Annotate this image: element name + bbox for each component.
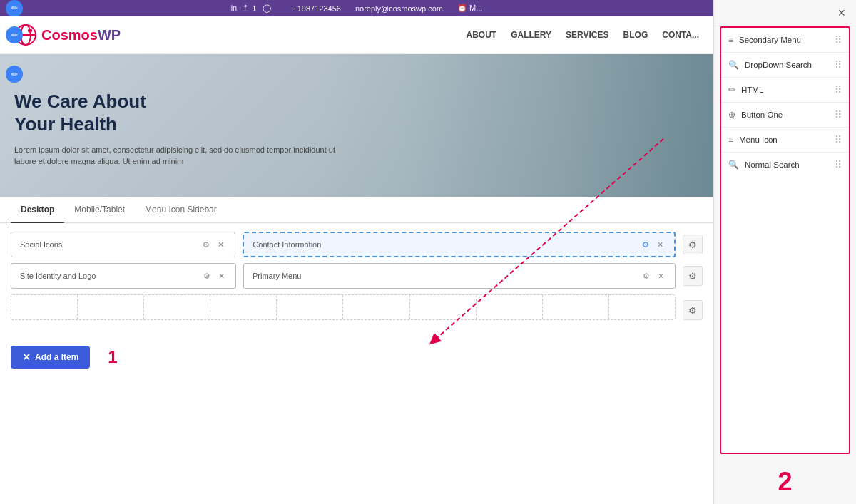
html-icon: ✏ <box>728 85 735 95</box>
empty-cell-3 <box>144 295 210 319</box>
empty-cell-8 <box>477 295 543 319</box>
button-one-label: Button One <box>741 110 783 119</box>
empty-cell-5 <box>277 295 343 319</box>
button-one-icon: ⊕ <box>728 110 735 120</box>
cell-contact-actions: ⚙ ✕ <box>640 239 666 250</box>
panel-item-html[interactable]: ✏ HTML ⠿ <box>721 78 849 103</box>
site-nav: ✏ CosmosWP ABOUT GALLERY SERVICES BLOG C… <box>0 16 713 54</box>
right-panel: ✕ ≡ Secondary Menu ⠿ 🔍 DropDown Search ⠿… <box>713 0 856 504</box>
empty-cell-2 <box>78 295 144 319</box>
cell-site-identity-actions: ⚙ ✕ <box>201 270 227 282</box>
empty-cell-7 <box>410 295 477 319</box>
html-label: HTML <box>741 86 763 94</box>
panel-item-button-one[interactable]: ⊕ Button One ⠿ <box>721 103 849 128</box>
main-area: ✏ in f t ◯ +1987123456 noreply@cosmoswp.… <box>0 0 713 504</box>
normal-search-drag-handle[interactable]: ⠿ <box>835 159 842 170</box>
logo-text: CosmosWP <box>41 27 121 43</box>
social-t: t <box>253 4 255 13</box>
cell-site-identity-settings[interactable]: ⚙ <box>201 270 213 282</box>
menu-icon-drag-handle[interactable]: ⠿ <box>835 134 842 145</box>
row-builder: Social Icons ⚙ ✕ Contact Information ⚙ ✕… <box>0 223 713 340</box>
cell-social-icons-actions: ⚙ ✕ <box>200 239 226 250</box>
cell-social-icons-settings[interactable]: ⚙ <box>200 239 212 250</box>
builder-row-empty: ⚙ <box>11 294 703 326</box>
site-topbar: ✏ in f t ◯ +1987123456 noreply@cosmoswp.… <box>0 0 713 16</box>
social-links: in f t ◯ <box>231 4 272 13</box>
empty-cell-9 <box>543 295 609 319</box>
social-inst: ◯ <box>263 4 271 13</box>
add-item-label: Add a Item <box>35 352 78 362</box>
bottom-panel: Desktop Mobile/Tablet Menu Icon Sidebar … <box>0 197 713 504</box>
cell-contact-information[interactable]: Contact Information ⚙ ✕ <box>243 232 676 257</box>
normal-search-icon: 🔍 <box>728 160 739 170</box>
tab-menu-icon-sidebar[interactable]: Menu Icon Sidebar <box>135 197 227 223</box>
panel-item-secondary-menu-left: ≡ Secondary Menu <box>728 35 801 45</box>
phone-info: +1987123456 <box>292 4 341 13</box>
nav-about: ABOUT <box>467 30 497 40</box>
panel-item-menu-icon-left: ≡ Menu Icon <box>728 135 778 145</box>
topbar-edit-pencil[interactable]: ✏ <box>6 0 23 17</box>
nav-blog: BLOG <box>623 30 648 40</box>
cell-primary-menu-settings[interactable]: ⚙ <box>641 270 652 282</box>
panel-item-dropdown-search[interactable]: 🔍 DropDown Search ⠿ <box>721 53 849 78</box>
empty-row-cells <box>11 294 676 320</box>
nav-services: SERVICES <box>566 30 608 40</box>
builder-row-2: Site Identity and Logo ⚙ ✕ Primary Menu … <box>11 263 703 289</box>
extra-info: ⏰ M... <box>457 4 482 13</box>
builder-row-1: Social Icons ⚙ ✕ Contact Information ⚙ ✕… <box>11 232 703 257</box>
panel-item-html-left: ✏ HTML <box>728 85 763 95</box>
secondary-menu-label: Secondary Menu <box>739 36 801 44</box>
html-drag-handle[interactable]: ⠿ <box>835 84 842 96</box>
cell-contact-remove[interactable]: ✕ <box>654 239 666 250</box>
nav-gallery: GALLERY <box>511 30 551 40</box>
dropdown-search-drag-handle[interactable]: ⠿ <box>835 59 842 71</box>
secondary-menu-icon: ≡ <box>728 35 733 45</box>
cell-site-identity-label: Site Identity and Logo <box>20 272 96 280</box>
empty-cell-4 <box>210 295 277 319</box>
cell-site-identity[interactable]: Site Identity and Logo ⚙ ✕ <box>11 263 236 289</box>
tab-desktop[interactable]: Desktop <box>11 197 64 223</box>
cell-social-icons[interactable]: Social Icons ⚙ ✕ <box>11 232 235 257</box>
tab-mobile[interactable]: Mobile/Tablet <box>64 197 135 223</box>
cell-social-icons-remove[interactable]: ✕ <box>215 239 226 250</box>
panel-item-button-one-left: ⊕ Button One <box>728 110 783 120</box>
site-hero: ✏ We Care About Your Health Lorem ipsum … <box>0 54 713 197</box>
cell-contact-label: Contact Information <box>253 240 321 249</box>
dropdown-search-icon: 🔍 <box>728 60 739 70</box>
panel-close-button[interactable]: ✕ <box>835 6 849 20</box>
hero-body: Lorem ipsum dolor sit amet, consectetur … <box>14 144 357 168</box>
panel-item-dropdown-search-left: 🔍 DropDown Search <box>728 60 812 70</box>
social-in: in <box>231 4 238 13</box>
button-one-drag-handle[interactable]: ⠿ <box>835 109 842 120</box>
secondary-menu-drag-handle[interactable]: ⠿ <box>835 34 842 46</box>
panel-items-list: ≡ Secondary Menu ⠿ 🔍 DropDown Search ⠿ ✏… <box>720 26 850 454</box>
cell-primary-menu-remove[interactable]: ✕ <box>655 270 666 282</box>
empty-cell-1 <box>11 295 78 319</box>
cell-contact-settings[interactable]: ⚙ <box>640 239 651 250</box>
label-2: 2 <box>714 460 856 504</box>
panel-item-secondary-menu[interactable]: ≡ Secondary Menu ⠿ <box>721 28 849 53</box>
row1-settings-btn[interactable]: ⚙ <box>683 235 703 254</box>
cell-primary-menu-actions: ⚙ ✕ <box>641 270 666 282</box>
nav-edit-pencil[interactable]: ✏ <box>6 26 23 43</box>
dropdown-search-label: DropDown Search <box>745 61 812 69</box>
add-item-button[interactable]: ✕ Add a Item <box>11 346 90 369</box>
menu-icon-label: Menu Icon <box>739 135 778 144</box>
hero-edit-pencil[interactable]: ✏ <box>6 66 23 83</box>
menu-icon-icon: ≡ <box>728 135 733 145</box>
panel-item-normal-search[interactable]: 🔍 Normal Search ⠿ <box>721 153 849 177</box>
cell-primary-menu[interactable]: Primary Menu ⚙ ✕ <box>243 263 676 289</box>
panel-item-menu-icon[interactable]: ≡ Menu Icon ⠿ <box>721 128 849 153</box>
hero-content: We Care About Your Health Lorem ipsum do… <box>14 91 357 167</box>
normal-search-label: Normal Search <box>745 160 800 169</box>
row2-settings-btn[interactable]: ⚙ <box>683 266 703 286</box>
panel-item-normal-search-left: 🔍 Normal Search <box>728 160 800 170</box>
contact-info: +1987123456 noreply@cosmoswp.com ⏰ M... <box>292 4 482 13</box>
cell-primary-menu-label: Primary Menu <box>253 272 301 280</box>
empty-row-settings-btn[interactable]: ⚙ <box>683 300 703 320</box>
hero-people-bg <box>321 54 713 197</box>
panel-header: ✕ <box>714 0 856 26</box>
email-info: noreply@cosmoswp.com <box>355 4 443 13</box>
social-f: f <box>244 4 246 13</box>
cell-site-identity-remove[interactable]: ✕ <box>215 270 227 282</box>
